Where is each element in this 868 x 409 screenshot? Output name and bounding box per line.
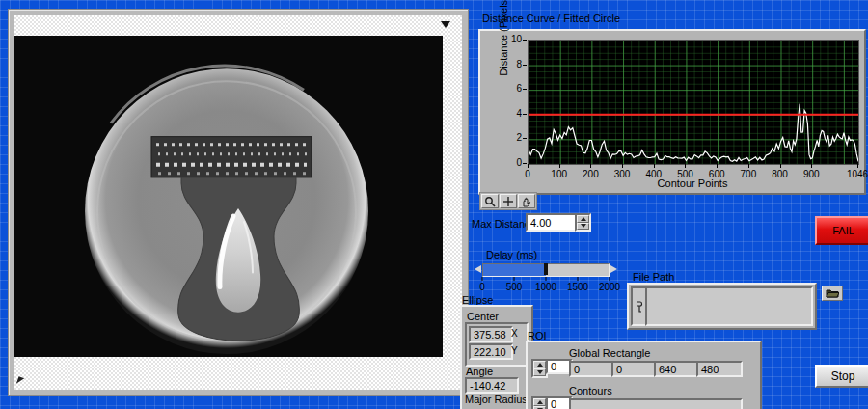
folder-icon: [826, 288, 839, 298]
max-distance-spinner[interactable]: [575, 213, 591, 232]
center-x-value: 375.58: [469, 326, 513, 342]
x-tick-label: 700: [741, 169, 757, 179]
hand-icon[interactable]: [518, 194, 535, 208]
x-tick-label: 0: [525, 169, 530, 179]
graph-palette: [479, 192, 537, 210]
contours-value[interactable]: [569, 398, 743, 409]
x-tick-label: 900: [803, 169, 820, 179]
y-tick-label: 8: [502, 59, 522, 69]
center-y-value: 222.10: [469, 343, 513, 360]
distance-graph: Distance (Pixels) 0246810 01002003004005…: [478, 29, 866, 195]
x-tick-label: 1046: [847, 169, 868, 179]
y-tick-label: 4: [502, 108, 522, 119]
crosshair-icon[interactable]: [500, 194, 517, 208]
file-path-label: File Path: [633, 271, 674, 283]
x-tick-label: 300: [614, 169, 631, 179]
delay-scale-label: 1000: [535, 282, 556, 292]
spin-up-icon[interactable]: [577, 215, 589, 223]
delay-scale-label: 500: [506, 282, 523, 292]
global-rect-bottom[interactable]: 480: [696, 361, 743, 377]
delay-scale-label: 0: [479, 282, 485, 292]
stop-button[interactable]: Stop: [815, 365, 868, 388]
camera-image-display: [8, 9, 469, 396]
image-canvas[interactable]: [14, 15, 462, 390]
spin-down-icon[interactable]: [533, 368, 546, 376]
x-tick-label: 800: [772, 169, 788, 179]
delay-slider-handle[interactable]: [544, 263, 548, 275]
browse-folder-button[interactable]: [822, 286, 843, 301]
slider-left-arrow-icon[interactable]: [475, 265, 481, 273]
resize-handle-icon[interactable]: [441, 21, 450, 28]
delay-slider[interactable]: [475, 263, 617, 275]
ellipse-cluster: Center 375.58 X 222.10 Y Angle -140.42 M…: [460, 305, 533, 409]
spin-up-icon[interactable]: [533, 398, 546, 406]
fail-indicator: FAIL: [815, 216, 868, 245]
global-rect-right[interactable]: 640: [654, 361, 700, 377]
global-rectangle-label: Global Rectangle: [569, 347, 650, 359]
plot-area: [528, 40, 859, 165]
delay-scale-label: 2000: [599, 282, 620, 292]
major-radius-label: Major Radius: [465, 394, 528, 405]
camera-frame: [14, 36, 443, 357]
delay-slider-track[interactable]: [482, 263, 610, 277]
contours-label: Contours: [569, 385, 612, 396]
center-label: Center: [467, 311, 499, 322]
center-x-unit: X: [511, 328, 518, 339]
max-distance-input[interactable]: 4.00: [526, 213, 580, 232]
y-tick-label: 10: [502, 34, 522, 44]
file-path-input[interactable]: [645, 286, 813, 326]
global-rect-top[interactable]: 0: [611, 361, 658, 377]
x-tick-label: 100: [551, 169, 567, 179]
y-tick-label: 2: [502, 132, 522, 143]
y-tick-label: 6: [502, 83, 522, 94]
slider-right-arrow-icon[interactable]: [610, 265, 617, 273]
spin-up-icon[interactable]: [533, 361, 546, 368]
x-tick-label: 200: [583, 169, 599, 179]
petri-dish-image: [14, 36, 443, 357]
file-path-control[interactable]: [627, 283, 817, 330]
delay-slider-fill: [483, 264, 546, 276]
comb-structure: [151, 137, 312, 177]
spin-down-icon[interactable]: [577, 223, 589, 231]
front-panel: Distance Curve / Fitted Circle Distance …: [0, 0, 868, 409]
distance-curve: [529, 104, 858, 162]
x-axis-label: Contour Points: [658, 177, 728, 189]
y-tick-label: 0: [502, 157, 522, 168]
magnifier-icon[interactable]: [481, 194, 499, 208]
delay-scale-label: 1500: [567, 282, 588, 292]
center-y-unit: Y: [511, 345, 518, 356]
delay-label: Delay (ms): [486, 249, 537, 260]
global-rect-left[interactable]: 0: [569, 361, 615, 377]
angle-label: Angle: [466, 366, 493, 377]
angle-value: -140.42: [465, 377, 519, 394]
center-cluster: 375.58 X 222.10 Y: [465, 322, 529, 367]
cursor-icon: [16, 376, 24, 386]
roi-cluster: 0 Global Rectangle 0 0 640 480 Contours …: [526, 341, 762, 409]
